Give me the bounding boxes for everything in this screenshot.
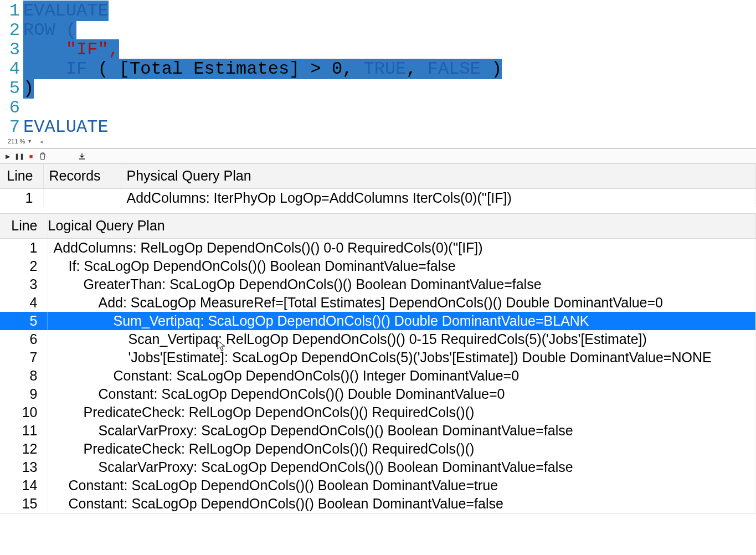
cell-plan: PredicateCheck: RelLogOp DependOnCols()(… [48, 440, 756, 458]
dax-editor[interactable]: 1234567 EVALUATEROW ( "IF", IF ( [Total … [0, 0, 756, 137]
zoom-label: 211 % [8, 138, 25, 145]
play-button[interactable]: ▶ [2, 151, 13, 162]
hscroll-left-icon[interactable]: ◂ [40, 138, 43, 145]
cell-line: 14 [0, 476, 48, 495]
cell-plan: AddColumns: RelLogOp DependOnCols()() 0-… [48, 238, 756, 257]
table-row[interactable]: 9Constant: ScaLogOp DependOnCols()() Dou… [0, 385, 756, 403]
table-row[interactable]: 13ScalarVarProxy: ScaLogOp DependOnCols(… [0, 458, 756, 476]
clear-button[interactable] [37, 151, 48, 162]
cell-plan: ScalarVarProxy: ScaLogOp DependOnCols()(… [48, 422, 756, 440]
cell-line: 6 [0, 330, 48, 348]
physical-plan-panel: Line Records Physical Query Plan 1AddCol… [0, 164, 756, 214]
cell-line: 12 [0, 440, 48, 458]
cell-plan: Add: ScaLogOp MeasureRef=[Total Estimate… [48, 294, 756, 312]
cell-line: 4 [0, 294, 48, 312]
cell-line: 9 [0, 385, 48, 403]
cell-plan: Constant: ScaLogOp DependOnCols()() Inte… [48, 367, 756, 385]
cell-records [43, 188, 121, 207]
cell-plan: Constant: ScaLogOp DependOnCols()() Doub… [48, 385, 756, 403]
cell-line: 10 [0, 403, 48, 422]
cell-plan: AddColumns: IterPhyOp LogOp=AddColumns I… [121, 188, 756, 207]
cell-line: 1 [0, 188, 43, 207]
col-records[interactable]: Records [43, 164, 121, 188]
stop-button[interactable]: ■ [25, 151, 37, 162]
table-row[interactable]: 7'Jobs'[Estimate]: ScaLogOp DependOnCols… [0, 348, 756, 367]
table-row[interactable]: 4Add: ScaLogOp MeasureRef=[Total Estimat… [0, 294, 756, 312]
cell-line: 13 [0, 458, 48, 476]
editor-gutter: 1234567 [0, 1, 23, 137]
table-row[interactable]: 14Constant: ScaLogOp DependOnCols()() Bo… [0, 476, 756, 495]
cell-line: 1 [0, 238, 48, 257]
cell-line: 11 [0, 422, 48, 440]
table-row[interactable]: 3GreaterThan: ScaLogOp DependOnCols()() … [0, 275, 756, 294]
cell-line: 8 [0, 367, 48, 385]
table-row[interactable]: 15Constant: ScaLogOp DependOnCols()() Bo… [0, 495, 756, 513]
cell-plan: GreaterThan: ScaLogOp DependOnCols()() B… [48, 275, 756, 294]
table-row[interactable]: 2If: ScaLogOp DependOnCols()() Boolean D… [0, 257, 756, 275]
table-row[interactable]: 10PredicateCheck: RelLogOp DependOnCols(… [0, 403, 756, 422]
logical-plan-table: Line Logical Query Plan 1AddColumns: Rel… [0, 214, 756, 513]
cell-plan: Sum_Vertipaq: ScaLogOp DependOnCols()() … [48, 312, 756, 330]
table-row[interactable]: 5Sum_Vertipaq: ScaLogOp DependOnCols()()… [0, 312, 756, 330]
pause-button[interactable]: ❚❚ [14, 151, 25, 162]
cell-line: 2 [0, 257, 48, 275]
editor-code[interactable]: EVALUATEROW ( "IF", IF ( [Total Estimate… [23, 1, 756, 137]
cell-plan: If: ScaLogOp DependOnCols()() Boolean Do… [48, 257, 756, 275]
cell-plan: ScalarVarProxy: ScaLogOp DependOnCols()(… [48, 458, 756, 476]
physical-plan-header: Line Records Physical Query Plan [0, 164, 756, 188]
download-button[interactable] [76, 151, 88, 162]
table-row[interactable]: 11ScalarVarProxy: ScaLogOp DependOnCols(… [0, 422, 756, 440]
col-line[interactable]: Line [0, 164, 43, 188]
logical-plan-panel: Line Logical Query Plan 1AddColumns: Rel… [0, 214, 756, 513]
table-row[interactable]: 1AddColumns: RelLogOp DependOnCols()() 0… [0, 238, 756, 257]
cell-line: 15 [0, 495, 48, 513]
editor-zoom-bar: 211 % ▼ ◂ [0, 137, 756, 148]
table-row[interactable]: 8Constant: ScaLogOp DependOnCols()() Int… [0, 367, 756, 385]
cell-line: 5 [0, 312, 48, 330]
col-plan[interactable]: Physical Query Plan [121, 164, 756, 188]
cell-line: 7 [0, 348, 48, 367]
logical-plan-header: Line Logical Query Plan [0, 214, 756, 238]
cell-plan: Scan_Vertipaq: RelLogOp DependOnCols()()… [48, 330, 756, 348]
col-plan[interactable]: Logical Query Plan [48, 214, 756, 238]
col-line[interactable]: Line [0, 214, 48, 238]
cell-plan: PredicateCheck: RelLogOp DependOnCols()(… [48, 403, 756, 422]
physical-plan-table: Line Records Physical Query Plan 1AddCol… [0, 164, 756, 207]
cell-plan: Constant: ScaLogOp DependOnCols()() Bool… [48, 476, 756, 495]
cell-line: 3 [0, 275, 48, 294]
cell-plan: 'Jobs'[Estimate]: ScaLogOp DependOnCols(… [48, 348, 756, 367]
cell-plan: Constant: ScaLogOp DependOnCols()() Bool… [48, 495, 756, 513]
chevron-down-icon[interactable]: ▼ [26, 138, 33, 144]
table-row[interactable]: 1AddColumns: IterPhyOp LogOp=AddColumns … [0, 188, 756, 207]
results-toolbar: ▶ ❚❚ ■ [0, 148, 756, 164]
table-row[interactable]: 12PredicateCheck: RelLogOp DependOnCols(… [0, 440, 756, 458]
table-row[interactable]: 6Scan_Vertipaq: RelLogOp DependOnCols()(… [0, 330, 756, 348]
